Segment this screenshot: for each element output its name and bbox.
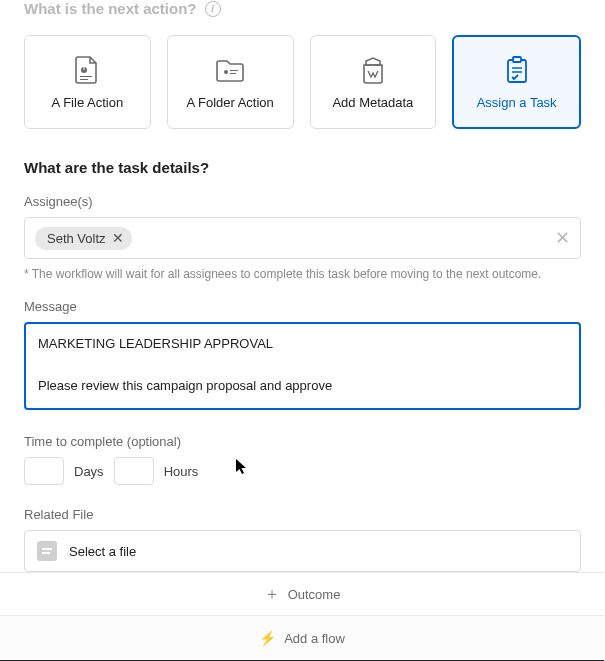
assign-task-icon: [500, 55, 534, 85]
hours-unit: Hours: [164, 464, 199, 479]
time-to-complete-row: Days Hours: [24, 457, 581, 485]
file-action-icon: [70, 55, 104, 85]
select-file-label: Select a file: [69, 544, 136, 559]
assignee-input[interactable]: Seth Voltz ✕ ✕: [24, 217, 581, 259]
next-action-title: What is the next action?: [24, 0, 197, 17]
time-label: Time to complete (optional): [24, 434, 581, 449]
plus-icon: ＋: [264, 586, 280, 602]
card-file-action[interactable]: A File Action: [24, 35, 151, 129]
card-label: Assign a Task: [477, 95, 557, 110]
card-add-metadata[interactable]: Add Metadata: [310, 35, 437, 129]
hours-input[interactable]: [114, 457, 154, 485]
card-label: Add Metadata: [332, 95, 413, 110]
svg-rect-7: [513, 57, 521, 62]
svg-rect-5: [230, 73, 236, 74]
bottom-bar: ＋ Outcome ⚡ Add a flow: [0, 572, 604, 661]
outcome-label: Outcome: [288, 587, 341, 602]
assignee-label: Assignee(s): [24, 194, 581, 209]
next-action-header: What is the next action? i: [24, 0, 581, 17]
card-assign-task[interactable]: Assign a Task: [452, 35, 581, 129]
clear-assignees-icon[interactable]: ✕: [555, 229, 570, 247]
task-details-title: What are the task details?: [24, 159, 581, 176]
assignee-chip: Seth Voltz ✕: [35, 227, 132, 250]
add-flow-label: Add a flow: [284, 631, 345, 646]
assignee-chip-name: Seth Voltz: [47, 231, 106, 246]
card-label: A Folder Action: [186, 95, 273, 110]
days-input[interactable]: [24, 457, 64, 485]
remove-assignee-icon[interactable]: ✕: [112, 231, 124, 245]
add-outcome-button[interactable]: ＋ Outcome: [0, 572, 604, 616]
action-cards: A File Action A Folder Action Add Metada…: [24, 35, 581, 129]
svg-rect-6: [508, 60, 526, 82]
folder-action-icon: [213, 55, 247, 85]
add-flow-button[interactable]: ⚡ Add a flow: [0, 616, 604, 660]
info-icon[interactable]: i: [205, 1, 221, 17]
svg-rect-2: [80, 79, 88, 80]
svg-point-3: [224, 70, 228, 74]
assignee-helper-text: * The workflow will wait for all assigne…: [24, 267, 581, 281]
days-unit: Days: [74, 464, 104, 479]
select-file-button[interactable]: Select a file: [24, 530, 581, 572]
svg-rect-1: [80, 76, 92, 77]
metadata-icon: [356, 55, 390, 85]
bolt-icon: ⚡: [259, 630, 276, 646]
card-folder-action[interactable]: A Folder Action: [167, 35, 294, 129]
message-textarea[interactable]: [24, 322, 581, 410]
message-label: Message: [24, 299, 581, 314]
card-label: A File Action: [52, 95, 124, 110]
svg-rect-4: [230, 70, 238, 71]
file-icon: [37, 541, 57, 561]
related-file-label: Related File: [24, 507, 581, 522]
